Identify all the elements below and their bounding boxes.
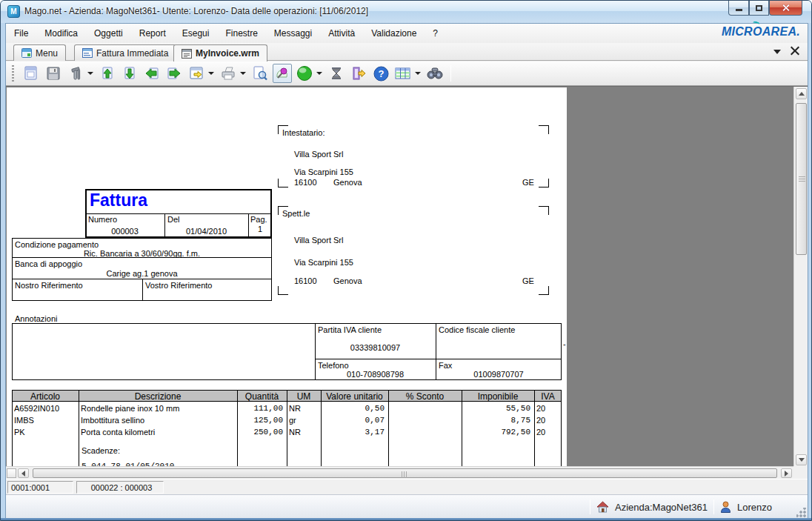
menu-item-messaggi[interactable]: Messaggi	[266, 24, 320, 42]
side-mark: -	[563, 339, 566, 348]
corner-mark	[278, 286, 288, 295]
table-header-sconto: % Sconto	[388, 391, 462, 402]
save-button[interactable]	[44, 64, 63, 83]
svg-text:?: ?	[378, 68, 384, 79]
tab-list-dropdown-icon[interactable]	[773, 50, 781, 54]
menu-item-finestre[interactable]: Finestre	[217, 24, 265, 42]
vertical-scroll-thumb[interactable]	[796, 103, 807, 255]
resize-grip[interactable]	[796, 508, 806, 517]
scroll-left-button[interactable]	[18, 468, 29, 478]
last-page-button[interactable]	[120, 64, 139, 83]
start-dropdown-icon[interactable]	[316, 72, 322, 75]
title-bar[interactable]: M Mago.net - Azienda: MagoNet361- Utente…	[1, 1, 812, 23]
start-button[interactable]	[295, 64, 314, 83]
del-label: Del	[167, 215, 180, 224]
status-bar: 0001:0001 000022 : 000003	[6, 479, 808, 494]
horizontal-scrollbar[interactable]	[6, 466, 793, 479]
table-cell: 111,00	[239, 404, 283, 413]
scroll-down-button[interactable]	[796, 454, 807, 465]
pin-button[interactable]	[273, 64, 292, 83]
tab-menu[interactable]: Menu	[13, 44, 66, 61]
partita-iva-value: 03339810097	[315, 343, 436, 352]
hscroll-splitter[interactable]	[7, 468, 16, 478]
table-column-line	[287, 390, 287, 466]
status-cell-position: 0001:0001	[7, 481, 73, 494]
table-column-line	[79, 390, 79, 466]
menu-item-report[interactable]: Report	[131, 24, 174, 42]
table-cell: gr	[289, 416, 317, 425]
intestatario-label: Intestatario:	[282, 128, 325, 137]
close-button[interactable]	[769, 1, 802, 16]
vertical-scrollbar[interactable]	[793, 87, 808, 467]
user-icon	[720, 501, 731, 513]
form-icon	[82, 48, 93, 58]
export-dropdown-icon[interactable]	[208, 72, 214, 75]
help-button[interactable]: ?	[371, 64, 390, 83]
menu-item-oggetti[interactable]: Oggetti	[86, 24, 131, 42]
company-status[interactable]: Azienda:MagoNet361	[615, 502, 708, 513]
export-button[interactable]	[187, 64, 206, 83]
export-icon	[188, 65, 204, 82]
maximize-icon	[756, 5, 762, 11]
menu-item-esegui[interactable]: Esegui	[174, 24, 218, 42]
table-cell: PK	[14, 428, 75, 437]
pag-label: Pag.	[250, 215, 267, 224]
tab-fattura-immediata[interactable]: Fattura Immediata	[74, 44, 176, 61]
print-dropdown-icon[interactable]	[240, 72, 246, 75]
table-cell: 0,07	[323, 416, 385, 425]
divider	[85, 213, 272, 214]
intestatario-street: Via Scarpini 155	[294, 167, 353, 176]
table-cell: Rondelle piane inox 10 mm	[81, 404, 233, 413]
brand-text: MICROAREA	[722, 25, 796, 38]
invoice-page: Intestatario: Villa Sport Srl Via Scarpi…	[7, 87, 567, 466]
intestatario-province: GE	[522, 178, 534, 187]
divider	[12, 257, 272, 258]
tab-myinvoice[interactable]: MyInvoice.wrm	[173, 44, 267, 62]
horizontal-scroll-thumb[interactable]	[33, 468, 777, 478]
first-page-button[interactable]	[98, 64, 117, 83]
table-view-button[interactable]	[393, 64, 413, 83]
tab-bar: Menu Fattura Immediata MyInvoice.wrm	[6, 43, 808, 61]
minimize-button[interactable]	[728, 1, 749, 16]
toolbar-separator	[450, 65, 451, 82]
fax-label: Fax	[439, 361, 452, 370]
next-page-button[interactable]	[164, 64, 184, 83]
form-new-button[interactable]	[21, 64, 41, 83]
thumb-grip-icon	[799, 176, 805, 182]
tab-label: Fattura Immediata	[96, 48, 168, 59]
hourglass-button[interactable]	[327, 64, 346, 83]
print-preview-button[interactable]	[250, 64, 270, 83]
tools-button[interactable]	[66, 64, 85, 83]
thumb-grip-icon	[402, 471, 407, 478]
menu-item-modifica[interactable]: Modifica	[36, 24, 86, 42]
user-status[interactable]: Lorenzo	[737, 502, 772, 513]
scroll-up-button[interactable]	[796, 88, 807, 99]
corner-mark	[539, 125, 549, 134]
start-icon	[296, 64, 313, 82]
scroll-right-button[interactable]	[781, 468, 792, 478]
recipient-label: Spett.le	[282, 209, 310, 218]
hourglass-icon	[328, 65, 345, 82]
menu-item-validazione[interactable]: Validazione	[363, 24, 425, 42]
arrow-right-icon	[785, 471, 791, 477]
tab-close-icon[interactable]	[790, 45, 800, 56]
table-cell: 20	[536, 404, 558, 413]
table-view-dropdown-icon[interactable]	[415, 72, 421, 75]
find-button[interactable]	[425, 64, 445, 83]
menu-item-attivit[interactable]: Attività	[320, 24, 363, 42]
client-area: FileModificaOggettiReportEseguiFinestreM…	[5, 23, 808, 518]
last-page-icon	[122, 65, 138, 82]
exit-button[interactable]	[349, 64, 368, 83]
table-cell: NR	[289, 404, 317, 413]
menu-item-file[interactable]: File	[6, 24, 36, 42]
menu-window-icon	[21, 48, 32, 58]
maximize-button[interactable]	[749, 1, 769, 16]
print-icon	[220, 65, 236, 82]
toolbar-grip[interactable]	[12, 65, 14, 82]
menu-item-?[interactable]: ?	[425, 24, 446, 42]
table-cell: 20	[536, 428, 558, 437]
tools-dropdown-icon[interactable]	[87, 72, 93, 75]
prev-page-button[interactable]	[142, 64, 162, 83]
print-button[interactable]	[219, 64, 238, 83]
window-title: Mago.net - Azienda: MagoNet361- Utente: …	[24, 6, 368, 16]
